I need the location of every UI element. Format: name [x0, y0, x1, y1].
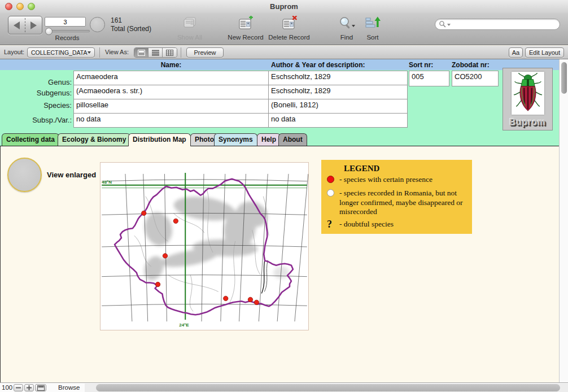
show-all-button[interactable]: Show All [167, 16, 212, 41]
previous-record-icon [14, 21, 20, 29]
view-as-segmented-control [134, 47, 177, 58]
legend-item-text: - species with certain presence [339, 175, 432, 184]
horizontal-scrollbar-thumb[interactable] [96, 384, 560, 391]
red-dot-icon [327, 176, 334, 183]
list-view-button[interactable] [148, 48, 163, 57]
subsp-var-label: Subsp./Var.: [0, 116, 72, 124]
quick-find-input[interactable] [452, 20, 556, 28]
layout-popup-value: COLLECTING_DATA [31, 49, 87, 56]
tab-help[interactable]: Help [257, 133, 281, 146]
legend-box: LEGEND - species with certain presence -… [321, 160, 472, 234]
question-mark-icon: ? [327, 220, 339, 229]
current-record-input[interactable] [45, 17, 86, 27]
edit-layout-label: Edit Layout [529, 49, 560, 56]
occurrence-dot [173, 219, 178, 223]
romania-distribution-map[interactable]: 48°N 24°E [100, 162, 309, 330]
zoom-out-icon [16, 385, 21, 390]
edit-layout-button[interactable]: Edit Layout [525, 47, 564, 58]
sort-nr-field[interactable]: 005 [409, 71, 449, 86]
status-toolbar-toggle-button[interactable] [35, 384, 46, 391]
subgenus-name-field[interactable]: (Acmaeodera s. str.) [73, 85, 269, 99]
application-window: Buprom Records 161 Total (Sorted) Show A… [0, 0, 568, 392]
found-set-pie-icon[interactable] [90, 17, 105, 32]
longitude-label: 24°E [179, 323, 189, 328]
layout-label: Layout: [4, 49, 24, 55]
layout-popup-chevron-icon [88, 51, 91, 54]
status-toolbar-icon [37, 385, 45, 391]
species-name-field[interactable]: pillosellae [73, 99, 269, 114]
genus-author-field[interactable]: Eschscholtz, 1829 [268, 71, 408, 85]
quick-find-field[interactable] [435, 19, 560, 30]
divider [99, 47, 100, 58]
horizontal-scrollbar[interactable] [85, 384, 568, 392]
subsp-var-author-field[interactable]: no data [268, 113, 408, 128]
subgenus-label: Subgenus: [0, 89, 72, 97]
table-view-button[interactable] [163, 48, 177, 57]
found-count: 161 [111, 16, 151, 25]
danube-line [261, 259, 268, 294]
layout-popup[interactable]: COLLECTING_DATA [27, 47, 95, 58]
form-view-button[interactable] [134, 48, 148, 57]
records-label: Records [45, 34, 90, 41]
formatting-bar-button[interactable]: Aa [509, 47, 523, 58]
list-view-icon [152, 50, 159, 56]
tab-about[interactable]: About [278, 133, 307, 146]
record-slider[interactable] [46, 30, 90, 32]
genus-label: Genus: [0, 78, 72, 86]
vertical-scrollbar[interactable] [559, 59, 568, 382]
next-record-icon [30, 21, 37, 29]
tab-bar: Collecting data Ecology & Bionomy Distri… [0, 133, 559, 146]
status-bar: 100 Browse [0, 382, 568, 392]
tab-distribution-map[interactable]: Distribution Map [128, 133, 191, 146]
zoom-in-button[interactable] [24, 384, 34, 391]
show-all-icon [181, 16, 198, 32]
zobodat-nr-header: Zobodat nr: [452, 61, 490, 69]
occurrence-dot [224, 296, 228, 300]
subgenus-author-field[interactable]: Eschscholtz, 1829 [268, 85, 408, 99]
occurrence-dot [254, 300, 259, 304]
sort-button[interactable]: Sort [350, 16, 395, 41]
preview-button[interactable]: Preview [186, 47, 224, 58]
species-author-field[interactable]: (Bonelli, 1812) [268, 99, 408, 114]
white-dot-icon [327, 189, 334, 197]
delete-record-button[interactable]: Delete Record [266, 16, 312, 41]
genus-name-field[interactable]: Acmaeodera [73, 71, 269, 85]
occurrence-dot [155, 282, 160, 286]
tab-ecology-bionomy[interactable]: Ecology & Bionomy [58, 133, 130, 146]
map-svg: 48°N 24°E [101, 163, 308, 330]
legend-item-certain: - species with certain presence [327, 175, 467, 184]
divider [181, 47, 181, 58]
zoom-level-value: 100 [2, 384, 12, 391]
window-title: Buprom [0, 2, 568, 11]
legend-item-text: - doubtful species [339, 220, 394, 229]
new-record-label: New Record [223, 34, 268, 41]
record-navigation-book[interactable] [8, 16, 42, 34]
tab-synonyms[interactable]: Synonyms [214, 133, 257, 146]
next-record-button[interactable] [25, 16, 42, 34]
new-record-button[interactable]: New Record [223, 16, 268, 41]
legend-item-doubtful: ? - doubtful species [327, 220, 467, 229]
occurrence-dot [248, 297, 252, 302]
zobodat-nr-field[interactable]: CO5200 [452, 71, 499, 86]
legend-item-unconfirmed: - species recorded in Romania, but not l… [327, 189, 467, 216]
sort-label: Sort [350, 34, 395, 41]
search-scope-chevron-icon[interactable] [447, 24, 451, 26]
vertical-scrollbar-thumb[interactable] [561, 62, 567, 94]
previous-record-button[interactable] [8, 16, 25, 34]
buprom-logo: Buprom [503, 68, 553, 130]
toolbar-chrome: Buprom Records 161 Total (Sorted) Show A… [0, 0, 568, 45]
occurrence-dot [142, 211, 146, 215]
mode-popup[interactable]: Browse [58, 384, 80, 391]
found-count-caption: Total (Sorted) [111, 25, 151, 33]
delete-record-label: Delete Record [266, 34, 312, 41]
new-record-icon [237, 16, 254, 32]
formatting-bar-label: Aa [512, 49, 519, 56]
buprom-logo-text: Buprom [503, 117, 552, 128]
tab-collecting-data[interactable]: Collecting data [2, 133, 59, 146]
view-enlarged-button[interactable] [7, 158, 42, 192]
subsp-var-name-field[interactable]: no data [73, 113, 269, 128]
author-column-header: Author & Year of description: [271, 61, 365, 69]
title-bar[interactable]: Buprom [0, 0, 568, 12]
occurrence-dot [163, 254, 167, 258]
zoom-out-button[interactable] [14, 384, 23, 391]
